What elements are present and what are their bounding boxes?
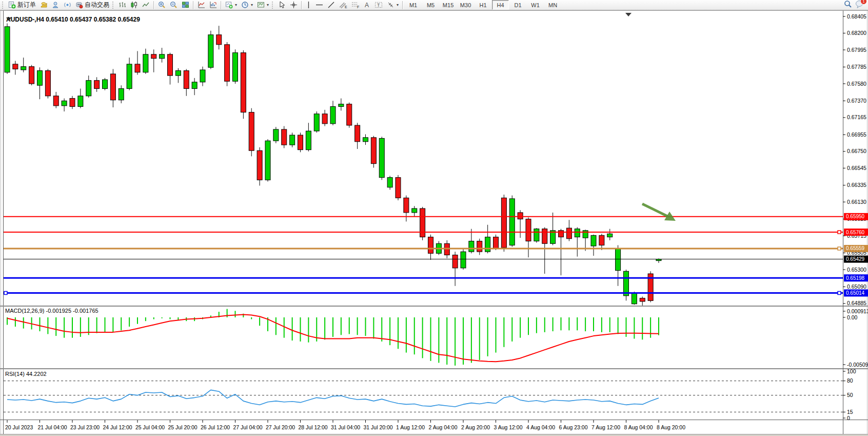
price-line-label: 0.65429 (846, 256, 865, 262)
candle-body (62, 101, 67, 106)
candle-body (208, 35, 213, 68)
time-axis-label: 27 Jul 04:00 (233, 424, 263, 430)
cursor-tool-button[interactable] (276, 0, 288, 10)
candle-body (624, 271, 629, 296)
tab-timeframe-M15[interactable]: M15 (440, 0, 457, 10)
indicator-window-button[interactable] (195, 0, 207, 10)
time-axis-label: 4 Aug 04:00 (526, 424, 555, 430)
auto-trading-button[interactable]: 自动交易 (73, 0, 111, 10)
rsi-axis-label: 50 (847, 392, 853, 398)
price-axis-tick-label: 0.66335 (847, 182, 866, 188)
candle-body (53, 96, 58, 106)
add-indicator-button[interactable]: ▾ (223, 0, 239, 10)
candle-body (282, 129, 287, 145)
search-icon[interactable] (844, 0, 852, 10)
template-button[interactable]: ▾ (255, 0, 271, 10)
candle-body (518, 213, 523, 219)
candle-body (135, 64, 140, 72)
horizontal-line-tool-button[interactable] (313, 0, 325, 10)
line-drag-handle[interactable] (838, 247, 841, 250)
new-order-label: 新订单 (17, 1, 36, 9)
trendline-tool-button[interactable] (325, 0, 337, 10)
candle-body (363, 138, 368, 142)
crosshair-tool-button[interactable] (288, 0, 300, 10)
tab-timeframe-M1[interactable]: M1 (405, 0, 422, 10)
tab-timeframe-MN[interactable]: MN (544, 0, 561, 10)
tile-windows-button[interactable] (180, 0, 191, 10)
tab-timeframe-H4[interactable]: H4 (492, 0, 509, 10)
text-label-tool-button[interactable]: T (372, 0, 385, 10)
line-drag-handle[interactable] (4, 291, 7, 294)
candle-body (273, 129, 279, 141)
candle-body (29, 67, 34, 84)
zoom-out-button[interactable] (168, 0, 180, 10)
zoom-in-button[interactable] (156, 0, 168, 10)
arrows-tool-button[interactable]: ▾ (385, 0, 401, 10)
candle-body (526, 219, 531, 241)
price-axis-tick-label: 0.66130 (847, 199, 866, 205)
time-axis-label: 25 Jul 20:00 (168, 424, 198, 430)
channel-icon: E (339, 1, 347, 9)
candlestick-icon (130, 1, 138, 9)
period-clock-button[interactable]: ▾ (239, 0, 255, 10)
template-caret-icon: ▾ (267, 3, 269, 7)
new-order-icon (8, 1, 16, 9)
candle-body (70, 99, 75, 107)
tab-timeframe-H1[interactable]: H1 (475, 0, 491, 10)
price-axis-tick-label: 0.67995 (847, 47, 866, 53)
candlestick-mode-button[interactable] (128, 0, 140, 10)
profile-button[interactable] (50, 0, 62, 10)
indicator-list-button[interactable] (207, 0, 219, 10)
market-watch-button[interactable] (38, 0, 50, 10)
tab-timeframe-W1[interactable]: W1 (527, 0, 544, 10)
candle-body (591, 235, 596, 246)
equidistant-channel-tool-button[interactable]: E (337, 0, 349, 10)
candle-body (314, 114, 319, 131)
candle-body (21, 67, 26, 70)
candle-body (501, 198, 506, 248)
candle-body (175, 71, 181, 76)
person-chart-icon (52, 1, 60, 9)
new-order-button[interactable]: 新订单 (6, 0, 38, 10)
time-axis-label: 2 Aug 20:00 (461, 424, 490, 430)
line-drag-handle[interactable] (838, 291, 841, 294)
time-axis-label: 2 Aug 04:00 (429, 424, 458, 430)
vertical-line-tool-button[interactable] (304, 0, 313, 10)
candle-body (575, 229, 580, 237)
tab-timeframe-D1[interactable]: D1 (509, 0, 526, 10)
candle-body (371, 138, 376, 164)
signals-button[interactable] (62, 0, 73, 10)
line-chart-icon (142, 1, 150, 9)
time-axis-label: 8 Aug 04:00 (624, 424, 653, 430)
fibonacci-tool-button[interactable]: F (349, 0, 362, 10)
candle-body (559, 231, 564, 237)
period-caret-icon: ▾ (251, 3, 253, 7)
tile-windows-icon (182, 1, 189, 9)
text-tool-button[interactable]: A (362, 0, 372, 10)
price-chart-canvas[interactable]: 0.684050.682000.679950.677850.675800.673… (0, 0, 868, 436)
line-chart-mode-button[interactable] (140, 0, 152, 10)
time-axis-label: 3 Aug 12:00 (494, 424, 523, 430)
toolbar-grip (272, 2, 275, 9)
candle-body (485, 237, 490, 252)
candle-body (168, 54, 173, 75)
candle-body (339, 104, 344, 107)
candle-body (494, 237, 499, 249)
candle-body (306, 131, 311, 150)
candle-body (94, 81, 100, 89)
macd-axis-label: -0.005093 (847, 362, 868, 368)
rsi-axis-label: 100 (847, 368, 856, 374)
chat-button[interactable]: 1 (855, 0, 864, 10)
toolbar-grip (2, 2, 5, 9)
tab-timeframe-M5[interactable]: M5 (422, 0, 439, 10)
candle-body (632, 293, 637, 304)
vertical-line-icon (306, 1, 311, 9)
candle-body (216, 35, 222, 45)
svg-text:T: T (377, 3, 380, 8)
bar-chart-mode-button[interactable] (116, 0, 128, 10)
time-axis-label: 1 Aug 12:00 (396, 424, 425, 430)
line-drag-handle[interactable] (838, 231, 841, 234)
tab-timeframe-M30[interactable]: M30 (457, 0, 474, 10)
price-line-label: 0.65559 (846, 245, 865, 251)
zoom-in-icon (158, 1, 166, 9)
